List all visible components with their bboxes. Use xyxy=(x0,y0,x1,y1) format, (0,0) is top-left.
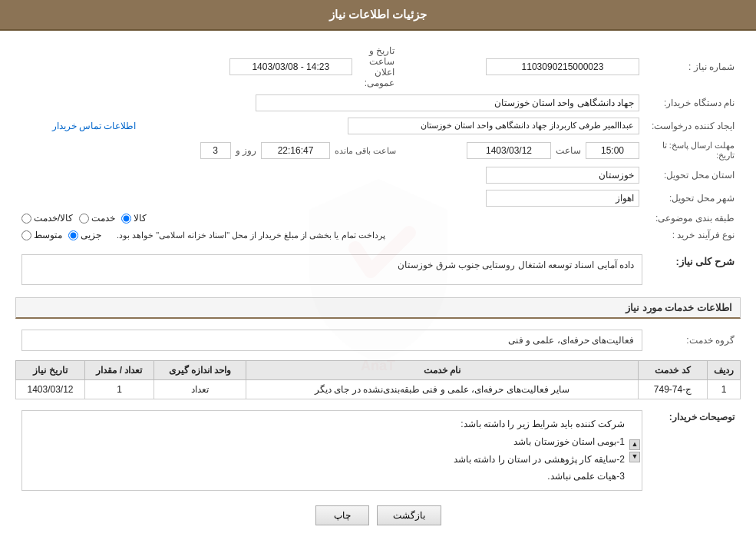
buyer-org-value: جهاد دانشگاهی واحد استان خوزستان xyxy=(256,94,639,111)
back-button[interactable]: بازگشت xyxy=(377,505,441,525)
category-option-service[interactable]: خدمت xyxy=(79,213,115,224)
process-note: پرداخت تمام یا بخشی از مبلغ خریدار از مح… xyxy=(117,230,385,240)
send-clock-label: ساعت باقی مانده xyxy=(335,146,396,156)
need-number-label: شماره نیاز : xyxy=(645,42,741,91)
buyer-org-label: نام دستگاه خریدار: xyxy=(645,91,741,114)
col-header-date: تاریخ نیاز xyxy=(16,361,85,380)
scrollbar[interactable]: ▲ ▼ xyxy=(629,439,640,462)
need-description-value: داده آمایی اسناد توسعه اشتغال روستایی جن… xyxy=(21,254,642,285)
send-time: 15:00 xyxy=(586,142,639,159)
category-goods-service-label: کالا/خدمت xyxy=(34,213,73,224)
scroll-up[interactable]: ▲ xyxy=(629,439,640,450)
buyer-notes-label: توصیحات خریدار: xyxy=(649,407,741,494)
category-service-label: خدمت xyxy=(91,213,115,224)
row-unit: تعداد xyxy=(154,380,246,399)
contact-link[interactable]: اطلاعات تماس خریدار xyxy=(52,121,137,131)
table-row: 1 ج-74-749 سایر فعالیت‌های حرفه‌ای، علمی… xyxy=(16,380,741,399)
send-deadline-label: مهلت ارسال پاسخ: تا تاریخ: xyxy=(645,137,741,164)
buyer-notes-box: شرکت کننده باید شرایط زیر را داشته باشد:… xyxy=(21,410,642,491)
buyer-note-line2: 1-بومی استان خوزستان باشد xyxy=(27,433,625,451)
col-header-unit: واحد اندازه گیری xyxy=(154,361,246,380)
category-option-goods[interactable]: کالا xyxy=(121,213,147,224)
row-name: سایر فعالیت‌های حرفه‌ای، علمی و فنی طبقه… xyxy=(246,380,639,399)
buyer-note-line3: 2-سایقه کار پژوهشی در استان را داشته باش… xyxy=(27,451,625,469)
process-radio-medium[interactable] xyxy=(21,230,31,240)
process-label: نوع فرآیند خرید : xyxy=(645,227,741,243)
process-minor-label: جزیی xyxy=(81,230,101,240)
category-radio-service[interactable] xyxy=(79,214,89,224)
buyer-note-line4: 3-هیات علمی نباشد. xyxy=(27,468,625,485)
bottom-buttons-container: چاپ بازگشت xyxy=(15,505,741,525)
date-time-value: 1403/03/08 - 14:23 xyxy=(229,58,352,75)
category-radio-goods-service[interactable] xyxy=(21,214,31,224)
send-days: 3 xyxy=(200,142,231,159)
process-radio-minor[interactable] xyxy=(68,230,78,240)
col-header-row: ردیف xyxy=(708,361,741,380)
category-radio-goods[interactable] xyxy=(121,214,131,224)
process-option-minor[interactable]: جزیی xyxy=(68,230,101,240)
need-number-value: 1103090215000023 xyxy=(486,58,639,75)
send-date: 1403/03/12 xyxy=(467,142,551,159)
row-qty: 1 xyxy=(85,380,154,399)
creator-label: ایجاد کننده درخواست: xyxy=(645,114,741,137)
process-medium-label: متوسط xyxy=(34,230,62,240)
row-date: 1403/03/12 xyxy=(16,380,85,399)
print-button[interactable]: چاپ xyxy=(315,505,369,525)
category-option-goods-service[interactable]: کالا/خدمت xyxy=(21,213,73,224)
send-day-label: روز و xyxy=(236,145,256,156)
need-description-label: شرح کلی نیاز: xyxy=(649,251,741,288)
city-label: شهر محل تحویل: xyxy=(645,187,741,210)
page-header: جزئیات اطلاعات نیاز xyxy=(0,0,756,31)
category-goods-label: کالا xyxy=(134,213,147,224)
province-value: خوزستان xyxy=(486,167,639,184)
buyer-note-line1: شرکت کننده باید شرایط زیر را داشته باشد: xyxy=(27,416,625,433)
province-label: استان محل تحویل: xyxy=(645,164,741,187)
page-title: جزئیات اطلاعات نیاز xyxy=(329,8,427,21)
city-value: اهواز xyxy=(486,190,639,207)
service-group-value: فعالیت‌های حرفه‌ای، علمی و فنی xyxy=(21,330,642,351)
scroll-down[interactable]: ▼ xyxy=(629,452,640,462)
creator-value: عبداالمیر طرفی کاربرداز جهاد دانشگاهی وا… xyxy=(348,118,639,134)
send-time-label: ساعت xyxy=(556,145,581,156)
col-header-name: نام خدمت xyxy=(246,361,639,380)
process-option-medium[interactable]: متوسط xyxy=(21,230,62,240)
services-section-title: اطلاعات خدمات مورد نیاز xyxy=(15,297,741,319)
row-number: 1 xyxy=(708,380,741,399)
category-label: طبقه بندی موضوعی: xyxy=(645,210,741,227)
col-header-code: کد خدمت xyxy=(639,361,708,380)
date-time-label: تاریخ و ساعت اعلان عمومی: xyxy=(365,45,395,88)
send-clock: 22:16:47 xyxy=(261,142,330,159)
service-group-label: گروه خدمت: xyxy=(649,326,741,354)
row-code: ج-74-749 xyxy=(639,380,708,399)
col-header-qty: تعداد / مقدار xyxy=(85,361,154,380)
